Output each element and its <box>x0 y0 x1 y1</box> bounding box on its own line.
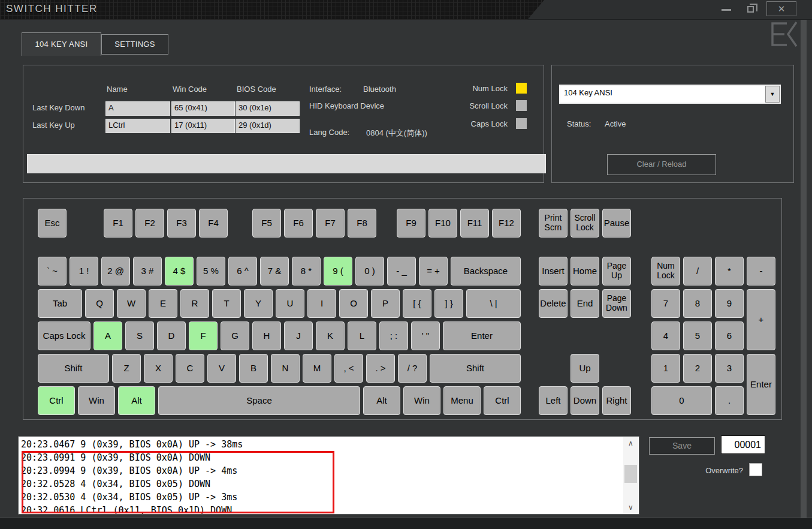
key-numpad-3: 3 <box>715 354 744 383</box>
key-quote: ' " <box>411 321 440 350</box>
key-d: D <box>157 321 186 350</box>
key-0: 0 ) <box>355 257 384 285</box>
key-m: M <box>303 354 331 383</box>
last-key-down-bios-code-field: 30 (0x1e) <box>236 101 300 116</box>
log-line: 20:32.0616 LCtrl (0x11, BIOS 0x1D) DOWN <box>21 504 622 515</box>
key-home: Home <box>570 257 599 285</box>
minimize-icon <box>722 9 731 11</box>
counter-field[interactable] <box>721 435 765 454</box>
key-arrow-right: Right <box>602 386 631 415</box>
log-scrollbar[interactable]: ∧ ∨ <box>623 437 638 513</box>
keyboard-row: Caps LockASDFGHJKL; :' "Enter <box>38 321 521 350</box>
lock-indicator <box>516 83 527 94</box>
key-menu: Menu <box>443 386 481 415</box>
test-input[interactable] <box>27 154 546 173</box>
key-r: R <box>180 289 209 318</box>
key-right-shift: Shift <box>430 354 521 383</box>
key-z: Z <box>112 354 141 383</box>
key-i: I <box>307 289 336 318</box>
key-slash: / ? <box>398 354 427 383</box>
key-f9: F9 <box>397 209 425 238</box>
key-l: L <box>348 321 376 350</box>
maximize-button[interactable] <box>742 1 761 17</box>
log-line: 20:23.0467 9 (0x39, BIOS 0x0A) UP -> 38m… <box>21 438 622 451</box>
key-scroll-lock: Scroll Lock <box>570 209 599 238</box>
key-insert: Insert <box>539 257 568 285</box>
dropdown-arrow-button[interactable]: ▼ <box>765 86 780 103</box>
key-f12: F12 <box>492 209 521 238</box>
key-numpad-0: 0 <box>651 386 712 415</box>
key-esc: Esc <box>38 209 67 238</box>
chevron-down-icon: ▼ <box>770 91 775 97</box>
key-numpad-1: 1 <box>651 354 680 383</box>
key-page-up: Page Up <box>602 257 631 285</box>
scroll-down-button[interactable]: ∨ <box>623 501 638 513</box>
minimize-button[interactable] <box>717 2 736 17</box>
last-key-down-win-code-field: 65 (0x41) <box>171 101 235 116</box>
key-comma: , < <box>334 354 363 383</box>
layout-dropdown-value: 104 Key ANSI <box>560 86 765 103</box>
titlebar: SWITCH HITTER ✕ <box>0 0 812 20</box>
key-5: 5 % <box>197 257 225 285</box>
key-delete: Delete <box>539 289 568 318</box>
key-right-bracket: ] } <box>434 289 463 318</box>
log-line: 20:32.0528 4 (0x34, BIOS 0x05) DOWN <box>21 477 622 491</box>
key-f: F <box>189 321 218 350</box>
key-3: 3 # <box>133 257 162 285</box>
key-4: 4 $ <box>165 257 194 285</box>
key-right-ctrl: Ctrl <box>484 386 521 415</box>
key-k: K <box>316 321 345 350</box>
key-right-alt: Alt <box>363 386 400 415</box>
key-space: Space <box>158 386 360 415</box>
key-8: 8 * <box>292 257 321 285</box>
status-label: Status: <box>567 119 591 128</box>
key-equals: = + <box>419 257 448 285</box>
column-header-win-code: Win Code <box>173 85 207 94</box>
key-f3: F3 <box>167 209 196 238</box>
arrow-key-cluster: LeftDownRight <box>539 386 631 415</box>
column-header-name: Name <box>107 85 128 94</box>
window-right-frame <box>801 20 807 518</box>
key-left-bracket: [ { <box>403 289 431 318</box>
scroll-up-button[interactable]: ∧ <box>623 437 638 449</box>
system-key-cluster: Print ScrnScroll LockPause <box>539 209 631 238</box>
key-enter: Enter <box>443 321 521 350</box>
info-panel: Name Win Code BIOS Code Last Key Down A … <box>23 65 544 183</box>
key-numpad-multiply: * <box>715 257 744 285</box>
tab-104-key-ansi[interactable]: 104 KEY ANSI <box>22 32 101 56</box>
nav-key-cluster: InsertHomePage UpDeleteEndPage Down <box>539 257 631 318</box>
tab-settings[interactable]: SETTINGS <box>101 34 168 55</box>
key-numpad-7: 7 <box>651 289 680 318</box>
key-end: End <box>570 289 599 318</box>
log-box[interactable]: 20:23.0467 9 (0x39, BIOS 0x0A) UP -> 38m… <box>18 436 639 515</box>
interface-label: Interface: <box>309 85 342 94</box>
column-header-bios-code: BIOS Code <box>237 85 276 94</box>
key-minus: - _ <box>387 257 416 285</box>
key-backslash: \ | <box>466 289 521 318</box>
last-key-down-name-field: A <box>105 101 170 116</box>
key-left-ctrl: Ctrl <box>38 386 75 415</box>
device-name: HID Keyboard Device <box>309 101 384 110</box>
key-o: O <box>339 289 368 318</box>
save-button[interactable]: Save <box>649 437 715 455</box>
last-key-up-win-code-field: 17 (0x11) <box>171 119 235 133</box>
log-line: 20:23.0994 9 (0x39, BIOS 0x0A) UP -> 4ms <box>21 464 622 477</box>
layout-dropdown[interactable]: 104 Key ANSI ▼ <box>559 85 781 104</box>
key-f8: F8 <box>348 209 376 238</box>
key-q: Q <box>85 289 114 318</box>
clear-reload-button[interactable]: Clear / Reload <box>607 154 716 175</box>
overwrite-checkbox[interactable] <box>749 463 762 476</box>
key-left-win: Win <box>78 386 115 415</box>
scroll-thumb[interactable] <box>624 465 637 483</box>
key-page-down: Page Down <box>602 289 631 318</box>
key-f5: F5 <box>252 209 281 238</box>
key-h: H <box>252 321 281 350</box>
key-backspace: Backspace <box>451 257 521 285</box>
key-tab: Tab <box>38 289 82 318</box>
key-b: B <box>239 354 268 383</box>
close-button[interactable]: ✕ <box>766 1 796 16</box>
key-u: U <box>276 289 304 318</box>
last-key-up-label: Last Key Up <box>32 121 75 130</box>
log-line: 20:32.0530 4 (0x34, BIOS 0x05) UP -> 3ms <box>21 491 622 504</box>
log-line: 20:23.0991 9 (0x39, BIOS 0x0A) DOWN <box>21 451 622 464</box>
